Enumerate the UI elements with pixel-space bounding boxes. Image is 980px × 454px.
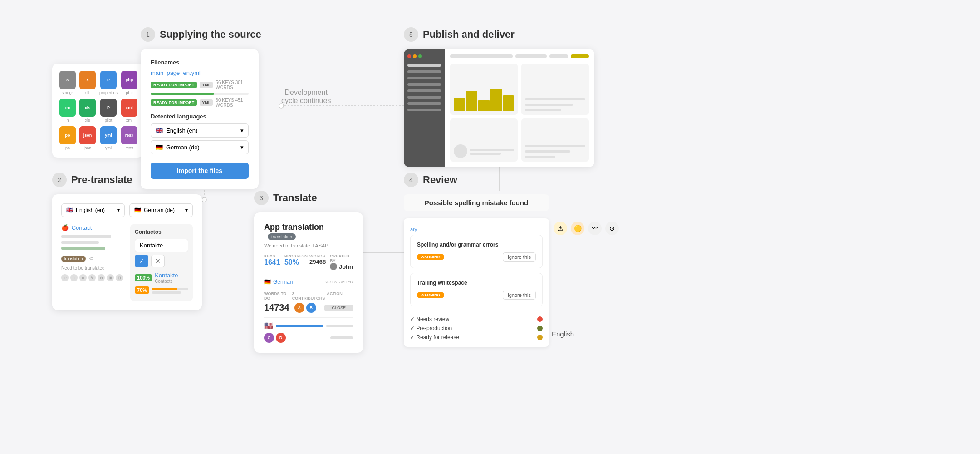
gray-bar-3 xyxy=(61,247,105,250)
words-to-do-value: 14734 xyxy=(264,302,293,313)
step2-title: Pre-translate xyxy=(71,174,132,186)
step5-circle: 5 xyxy=(404,27,418,42)
step1-circle: 1 xyxy=(141,27,155,42)
step4-wrapper: 4 Review Possible spelling mistake found… xyxy=(404,173,619,347)
filenames-label: Filenames xyxy=(151,59,249,66)
file-icon-resx: resx resx xyxy=(121,126,137,150)
match-70-item: 70% xyxy=(135,286,188,294)
chevron-down-icon-2: ▾ xyxy=(240,144,244,151)
warning-row-1: WARNING Ignore this xyxy=(417,252,536,262)
step2-circle: 2 xyxy=(52,173,67,187)
step4-title: Review xyxy=(423,174,457,186)
chevron-down-icon: ▾ xyxy=(240,127,244,134)
pub-grid xyxy=(450,64,589,162)
spelling-section-1: Spelling and/or grammar errors WARNING I… xyxy=(410,235,543,268)
status-dot-olive xyxy=(537,326,543,331)
file1-row: READY FOR IMPORT YML 56 KEYS 301 WORDS xyxy=(151,80,249,90)
stats-row: KEYS 1641 PROGRESS 50% WORDS 29468 CREAT… xyxy=(264,254,353,270)
file-icon-json: json json xyxy=(79,126,96,150)
step2-lang2-selector[interactable]: 🇩🇪 German (de) ▾ xyxy=(129,203,193,217)
match-100-sub: Contacts xyxy=(155,279,178,284)
match-100-badge: 100% xyxy=(135,274,152,281)
gray-bar-2 xyxy=(61,241,99,244)
lang-de-row: 🇩🇪 German NOT STARTED xyxy=(264,276,353,288)
spelling-title-1: Spelling and/or grammar errors xyxy=(417,242,536,248)
review-main-panel: Possible spelling mistake found ary Spel… xyxy=(404,194,549,347)
step4-circle: 4 xyxy=(404,173,418,187)
file2-meta: 60 KEYS 451 WORDS xyxy=(216,98,249,108)
lang2-dropdown[interactable]: 🇩🇪 German (de) ▾ xyxy=(151,140,249,154)
spelling-errors-card: ary Spelling and/or grammar errors WARNI… xyxy=(404,218,549,347)
warning-icon[interactable]: ⚠ xyxy=(554,222,567,235)
avatar-1: A xyxy=(294,303,304,313)
gray-bar-1 xyxy=(61,235,111,238)
close-button[interactable]: CLOSE xyxy=(324,305,353,311)
detected-lang-label: Detected languages xyxy=(151,113,249,120)
stat-keys: KEYS 1641 xyxy=(264,254,283,270)
spelling-section-2: Trailing whitespace WARNING Ignore this xyxy=(410,273,543,306)
status-ready-release: ✓ Ready for release xyxy=(410,334,543,340)
match-100-name: Kontakte xyxy=(155,272,178,279)
pub-dot-yellow xyxy=(413,54,416,58)
file1-progress-fill xyxy=(151,93,214,95)
filename-link[interactable]: main_page_en.yml xyxy=(151,69,249,76)
step1-title: Supplying the source xyxy=(160,29,261,40)
coin-icon[interactable]: 🟡 xyxy=(571,222,584,235)
step2-lang1-selector[interactable]: 🇬🇧 English (en) ▾ xyxy=(61,203,125,217)
confirm-button[interactable]: ✓ xyxy=(135,255,148,267)
file2-row: READY FOR IMPORT YML 60 KEYS 451 WORDS xyxy=(151,98,249,108)
step2-lang2-text: German (de) xyxy=(144,207,175,213)
step1-wrapper: 1 Supplying the source Filenames main_pa… xyxy=(141,27,261,189)
file-icons-grid: S strings X xliff P properties php php i… xyxy=(59,71,136,150)
file1-meta: 56 KEYS 301 WORDS xyxy=(216,80,249,90)
file2-badge: READY FOR IMPORT xyxy=(151,99,197,106)
step2-card: 🇬🇧 English (en) ▾ 🇩🇪 German (de) ▾ 🍎 Con… xyxy=(52,194,202,310)
avatar-3: C xyxy=(264,333,274,343)
pub-lines-cell-1 xyxy=(521,64,589,115)
file-icons-panel: S strings X xliff P properties php php i… xyxy=(52,64,143,158)
status-indicators: ✓ Needs review ✓ Pre-production ✓ Ready … xyxy=(410,311,543,340)
lang1-dropdown[interactable]: 🇬🇧 English (en) ▾ xyxy=(151,123,249,138)
status-needs-review: ✓ Needs review xyxy=(410,316,543,322)
file1-type: YML xyxy=(200,82,213,88)
file-icon-yml: yml yml xyxy=(99,126,118,150)
lang2-text: German (de) xyxy=(166,144,200,151)
pub-circle-cell xyxy=(450,118,518,162)
file-icon-pilot: P pilot xyxy=(99,99,118,123)
translation-right: Contactos ✓ ✕ 100% Kontakte Contacts xyxy=(130,224,193,301)
step2-wrapper: 2 Pre-translate 🇬🇧 English (en) ▾ 🇩🇪 Ger… xyxy=(52,173,202,310)
step3-header: 3 Translate xyxy=(254,191,363,205)
step1-header: 1 Supplying the source xyxy=(141,27,261,42)
status-dot-amber xyxy=(537,335,543,340)
chevron-down-icon-3: ▾ xyxy=(117,207,120,213)
action-btns: ✓ ✕ xyxy=(135,255,188,267)
dev-cycle-text: Development cycle continues xyxy=(281,89,331,105)
pub-dot-red xyxy=(407,54,411,58)
kontakte-input[interactable] xyxy=(135,239,188,252)
pub-top-bar xyxy=(450,54,589,58)
ignore-button-2[interactable]: Ignore this xyxy=(503,291,536,300)
match-70-badge: 70% xyxy=(135,286,149,294)
kontakte-title: Contactos xyxy=(135,229,188,235)
file-icon-xliff: X xliff xyxy=(79,71,96,95)
warning-badge-2: WARNING xyxy=(417,292,444,298)
file-icon-po: po po xyxy=(59,126,76,150)
pub-dot-green xyxy=(418,54,422,58)
settings-icon[interactable]: ⊙ xyxy=(605,222,619,235)
avatar-2: B xyxy=(306,303,316,313)
wave-icon[interactable]: 〰 xyxy=(588,222,602,235)
review-card-title: Possible spelling mistake found xyxy=(404,194,549,211)
translate-subtitle: We need to translate it ASAP xyxy=(264,243,353,248)
cancel-button[interactable]: ✕ xyxy=(151,255,165,267)
step4-header: 4 Review xyxy=(404,173,619,187)
contact-link[interactable]: 🍎 Contact xyxy=(61,224,124,231)
review-icons-panel: ⚠ 🟡 〰 ⊙ xyxy=(554,222,619,347)
contributors-row: A B xyxy=(294,303,323,313)
chevron-down-icon-4: ▾ xyxy=(185,207,188,213)
match-100-item: 100% Kontakte Contacts xyxy=(135,272,188,284)
publish-sidebar xyxy=(404,49,445,167)
file1-badge: READY FOR IMPORT xyxy=(151,82,197,88)
translation-preview: 🍎 Contact translation 🏷 Need to be trans… xyxy=(61,224,193,301)
status-pre-production: ✓ Pre-production xyxy=(410,325,543,331)
ignore-button-1[interactable]: Ignore this xyxy=(503,252,536,262)
